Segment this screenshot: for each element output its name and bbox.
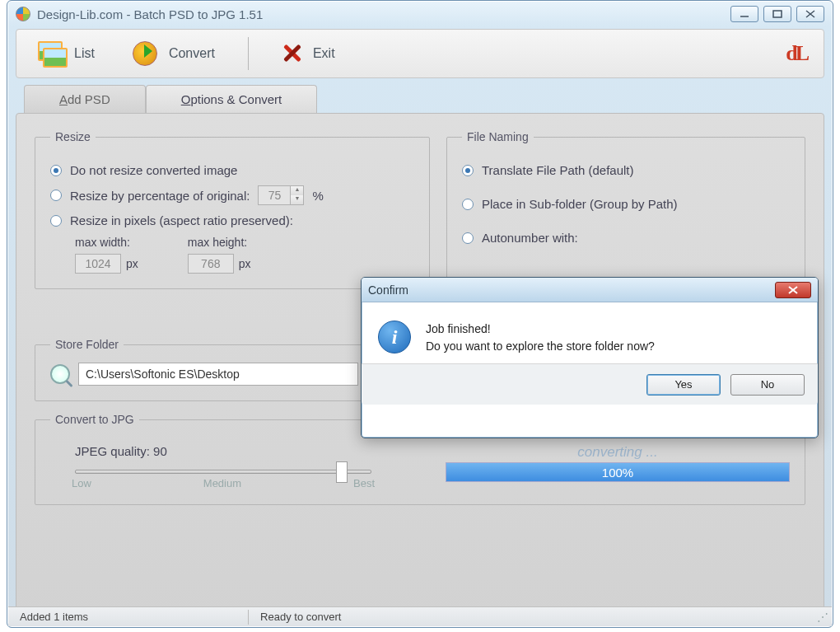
naming-auto-label: Autonumber with: (482, 231, 578, 245)
no-button[interactable]: No (730, 374, 805, 396)
naming-sub-label: Place in Sub-folder (Group by Path) (482, 197, 678, 211)
radio-icon (50, 215, 62, 227)
resize-none-radio[interactable]: Do not resize converted image (50, 163, 414, 177)
titlebar: Design-Lib.com - Batch PSD to JPG 1.51 (7, 1, 833, 27)
resize-pct-label: Resize by percentage of original: (70, 189, 250, 203)
confirm-dialog: Confirm i Job finished! Do you want to e… (361, 277, 819, 438)
tabs: AAdd PSDdd PSD Options & Convert (24, 85, 824, 113)
brand-logo: dL (786, 41, 812, 66)
list-icon (36, 40, 64, 68)
spin-up-icon[interactable]: ▲ (291, 186, 303, 195)
dialog-text: Job finished! Do you want to explore the… (426, 321, 655, 355)
magnifier-icon (50, 364, 70, 384)
resize-none-label: Do not resize converted image (70, 163, 237, 177)
naming-legend: File Naming (462, 130, 534, 143)
yes-button[interactable]: Yes (646, 374, 721, 396)
minimize-button[interactable] (730, 6, 758, 22)
pct-unit: % (312, 189, 323, 203)
slider-best: Best (353, 477, 375, 489)
progress-percent: 100% (446, 463, 789, 481)
dialog-title: Confirm (368, 283, 775, 297)
window-title: Design-Lib.com - Batch PSD to JPG 1.51 (37, 7, 730, 21)
maximize-button[interactable] (763, 6, 791, 22)
resize-grip-icon[interactable]: ⋰ (812, 611, 832, 624)
radio-icon (50, 165, 62, 176)
exit-label: Exit (313, 46, 335, 61)
resize-group: Resize Do not resize converted image Res… (35, 130, 430, 289)
slider-medium: Medium (203, 477, 241, 489)
convert-button[interactable]: Convert (123, 35, 223, 73)
radio-icon (462, 232, 474, 244)
radio-icon (462, 199, 474, 210)
px-unit: px (126, 257, 138, 270)
converting-status: converting ... (446, 444, 790, 461)
resize-pct-radio[interactable]: Resize by percentage of original: ▲▼ % (50, 185, 414, 205)
convert-legend: Convert to JPG (50, 413, 139, 426)
dialog-line1: Job finished! (426, 321, 655, 338)
naming-translate-label: Translate File Path (default) (482, 163, 634, 177)
max-height-input[interactable] (188, 254, 234, 274)
progress-bar: 100% (446, 462, 790, 482)
percentage-input[interactable] (259, 189, 290, 202)
app-icon (16, 7, 30, 21)
status-ready: Ready to convert (249, 611, 352, 623)
slider-track (75, 470, 371, 474)
tab-options-convert[interactable]: Options & Convert (146, 85, 318, 113)
resize-px-radio[interactable]: Resize in pixels (aspect ratio preserved… (50, 213, 414, 227)
naming-translate-radio[interactable]: Translate File Path (default) (462, 163, 790, 177)
naming-subfolder-radio[interactable]: Place in Sub-folder (Group by Path) (462, 197, 790, 211)
spin-down-icon[interactable]: ▼ (291, 195, 303, 204)
dialog-close-button[interactable] (775, 282, 811, 298)
resize-legend: Resize (50, 130, 96, 143)
percentage-spinner[interactable]: ▲▼ (258, 185, 304, 205)
slider-low: Low (72, 477, 91, 489)
dialog-footer: Yes No (362, 363, 818, 405)
exit-button[interactable]: Exit (273, 35, 343, 73)
list-button[interactable]: List (28, 35, 103, 73)
naming-autonumber-radio[interactable]: Autonumber with: (462, 231, 790, 245)
slider-labels: Low Medium Best (72, 477, 375, 489)
dialog-titlebar: Confirm (362, 278, 818, 302)
quality-label: JPEG quality: 90 (75, 444, 446, 458)
dialog-body: i Job finished! Do you want to explore t… (362, 302, 818, 363)
status-added: Added 1 items (8, 611, 100, 623)
toolbar: List Convert Exit dL (16, 29, 824, 78)
radio-icon (50, 190, 62, 201)
toolbar-separator (248, 37, 249, 70)
window-buttons (730, 6, 824, 22)
maxh-label: max height: (188, 236, 251, 249)
svg-rect-1 (773, 11, 782, 17)
list-label: List (74, 46, 95, 61)
px-unit: px (239, 257, 251, 270)
maxw-label: max width: (75, 236, 138, 249)
store-path-input[interactable]: C:\Users\Softonic ES\Desktop (78, 363, 358, 386)
store-legend: Store Folder (50, 338, 124, 351)
radio-icon (462, 165, 474, 176)
close-button[interactable] (796, 6, 824, 22)
resize-px-label: Resize in pixels (aspect ratio preserved… (70, 213, 293, 227)
x-icon (282, 43, 303, 64)
tab-add-psd[interactable]: AAdd PSDdd PSD (24, 85, 146, 113)
close-icon (788, 286, 798, 294)
quality-slider[interactable] (75, 470, 371, 474)
statusbar: Added 1 items Ready to convert ⋰ (8, 606, 832, 626)
convert-label: Convert (169, 46, 215, 61)
max-width-input[interactable] (75, 254, 121, 274)
gear-play-icon (131, 40, 159, 68)
slider-thumb[interactable] (336, 461, 348, 483)
dialog-line2: Do you want to explore the store folder … (426, 338, 655, 355)
info-icon: i (378, 321, 411, 353)
